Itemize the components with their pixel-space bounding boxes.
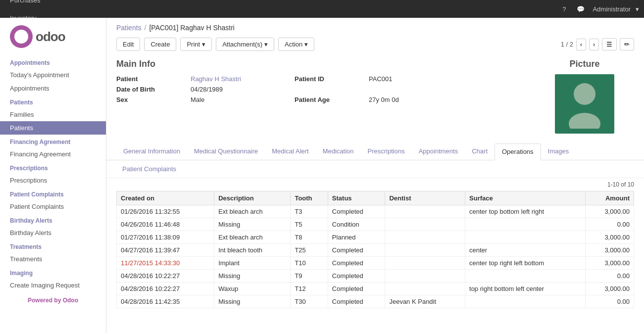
- attachments-button[interactable]: Attachment(s) ▾: [216, 38, 274, 50]
- sidebar-section-title-patient-complaints: Patient Complaints: [0, 187, 106, 200]
- th-dentist: Dentist: [385, 191, 465, 205]
- td-dentist: Jeevan K Pandit: [385, 295, 465, 308]
- action-button[interactable]: Action ▾: [279, 38, 314, 50]
- main-info-section: Main Info Patient Raghav H Shastri Patie…: [106, 54, 644, 139]
- td-surface: top right bottom left center: [465, 283, 586, 295]
- table-row[interactable]: 01/27/2016 11:38:09Ext bleach archT8Plan…: [117, 231, 634, 244]
- td-surface: [465, 270, 586, 283]
- tab-prescriptions[interactable]: Prescriptions: [361, 143, 412, 160]
- table-row[interactable]: 11/27/2015 14:33:30ImplantT10Completedce…: [117, 257, 634, 270]
- td-status: Completed: [328, 244, 385, 257]
- breadcrumb-parent-link[interactable]: Patients: [116, 24, 142, 32]
- td-dentist: [385, 244, 465, 257]
- subtab-patient-complaints[interactable]: Patient Complaints: [116, 163, 182, 175]
- tab-operations[interactable]: Operations: [495, 143, 541, 160]
- table-row[interactable]: 01/26/2016 11:32:55Ext bleach archT3Comp…: [117, 205, 634, 218]
- breadcrumb: Patients / [PAC001] Raghav H Shastri: [106, 18, 644, 35]
- table-row[interactable]: 04/28/2016 10:22:27WaxupT12Completedtop …: [117, 283, 634, 295]
- tab-medication[interactable]: Medication: [316, 143, 361, 160]
- td-description: Waxup: [214, 283, 291, 295]
- td-surface: [465, 218, 586, 231]
- edit-button[interactable]: Edit: [116, 38, 140, 51]
- td-created-on: 04/27/2016 11:39:47: [117, 244, 214, 257]
- td-status: Completed: [328, 205, 385, 218]
- td-tooth: T10: [291, 257, 328, 270]
- sidebar-item-birthday-alerts[interactable]: Birthday Alerts: [0, 226, 106, 239]
- nav-count: 1 / 2: [561, 41, 573, 48]
- sidebar-item-patients[interactable]: Patients: [0, 121, 106, 135]
- tab-general-information[interactable]: General Information: [116, 143, 187, 160]
- nav-next-button[interactable]: ›: [589, 39, 599, 50]
- print-group: Print ▾: [180, 38, 212, 51]
- top-nav-right: ? 💬 Administrator ▾: [559, 4, 639, 14]
- table-row[interactable]: 04/27/2016 11:39:47Int bleach toothT25Co…: [117, 244, 634, 257]
- table-row[interactable]: 04/28/2016 10:22:27MissingT9Completed0.0…: [117, 270, 634, 283]
- sidebar: odoo AppointmentsToday's AppointmentAppo…: [0, 18, 106, 333]
- nav-item-purchases[interactable]: Purchases: [5, 0, 73, 9]
- sidebar-logo: odoo: [0, 18, 106, 55]
- td-status: Completed: [328, 283, 385, 295]
- main-info-title: Main Info: [116, 59, 525, 69]
- sidebar-section-title-prescriptions: Prescriptions: [0, 161, 106, 174]
- print-button[interactable]: Print ▾: [181, 38, 211, 50]
- patient-value[interactable]: Raghav H Shastri: [191, 75, 290, 83]
- tab-medical-questionnaire[interactable]: Medical Questionnaire: [187, 143, 265, 160]
- sidebar-item-patient-complaints[interactable]: Patient Complaints: [0, 200, 106, 213]
- sidebar-item-create-imaging-request[interactable]: Create Imaging Request: [0, 279, 106, 292]
- action-dropdown-icon: ▾: [304, 41, 308, 48]
- tab-chart[interactable]: Chart: [465, 143, 495, 160]
- logo-outer-circle: [10, 25, 33, 48]
- logo-inner-circle: [14, 30, 28, 44]
- sidebar-item-appointments[interactable]: Appointments: [0, 82, 106, 95]
- sidebar-section-title-imaging: Imaging: [0, 266, 106, 279]
- admin-dropdown-icon[interactable]: ▾: [636, 5, 639, 13]
- sidebar-sections: AppointmentsToday's AppointmentAppointme…: [0, 55, 106, 292]
- td-amount: 3,000.00: [586, 283, 634, 295]
- patient-label: Patient: [116, 75, 186, 83]
- td-description: Missing: [214, 295, 291, 308]
- td-created-on: 11/27/2015 14:33:30: [117, 257, 214, 270]
- sidebar-item-today's-appointment[interactable]: Today's Appointment: [0, 68, 106, 82]
- td-created-on: 04/28/2016 10:22:27: [117, 283, 214, 295]
- td-amount: 3,000.00: [586, 231, 634, 244]
- td-dentist: [385, 270, 465, 283]
- sidebar-item-treatments[interactable]: Treatments: [0, 252, 106, 266]
- td-description: Missing: [214, 218, 291, 231]
- table-pagination: 1-10 of 10: [116, 178, 634, 191]
- list-view-button[interactable]: ☰: [602, 38, 617, 50]
- td-amount: 0.00: [586, 295, 634, 308]
- table-row[interactable]: 04/28/2016 11:42:35MissingT30CompletedJe…: [117, 295, 634, 308]
- tab-medical-alert[interactable]: Medical Alert: [265, 143, 315, 160]
- sidebar-section-title-financing-agreement: Financing Agreement: [0, 135, 106, 147]
- sidebar-section-title-patients: Patients: [0, 95, 106, 108]
- td-description: Ext bleach arch: [214, 205, 291, 218]
- table-row[interactable]: 04/26/2016 11:46:48MissingT5Condition0.0…: [117, 218, 634, 231]
- td-status: Completed: [328, 257, 385, 270]
- sidebar-item-families[interactable]: Families: [0, 108, 106, 121]
- td-dentist: [385, 218, 465, 231]
- td-amount: 3,000.00: [586, 257, 634, 270]
- edit-view-button[interactable]: ✏: [620, 38, 634, 50]
- nav-prev-button[interactable]: ‹: [576, 39, 586, 50]
- td-created-on: 04/26/2016 11:46:48: [117, 218, 214, 231]
- create-button[interactable]: Create: [144, 38, 176, 51]
- tab-images[interactable]: Images: [541, 143, 576, 160]
- tabs-bar: General InformationMedical Questionnaire…: [106, 143, 644, 160]
- sidebar-scroll: AppointmentsToday's AppointmentAppointme…: [0, 55, 106, 333]
- td-created-on: 01/26/2016 11:32:55: [117, 205, 214, 218]
- th-created-on: Created on: [117, 191, 214, 205]
- sidebar-item-prescriptions[interactable]: Prescriptions: [0, 174, 106, 187]
- td-amount: 0.00: [586, 218, 634, 231]
- logo-text: odoo: [36, 29, 65, 45]
- sidebar-section-title-treatments: Treatments: [0, 239, 106, 252]
- admin-user-label[interactable]: Administrator: [593, 5, 631, 13]
- print-dropdown-icon: ▾: [202, 41, 205, 48]
- svg-point-0: [574, 83, 595, 105]
- patient-age-label: Patient Age: [295, 96, 364, 103]
- tab-appointments[interactable]: Appointments: [412, 143, 465, 160]
- help-icon[interactable]: ?: [559, 4, 569, 14]
- td-tooth: T3: [291, 205, 328, 218]
- table-header: Created onDescriptionToothStatusDentistS…: [117, 191, 634, 205]
- sidebar-item-financing-agreement[interactable]: Financing Agreement: [0, 147, 106, 161]
- chat-icon[interactable]: 💬: [574, 4, 588, 14]
